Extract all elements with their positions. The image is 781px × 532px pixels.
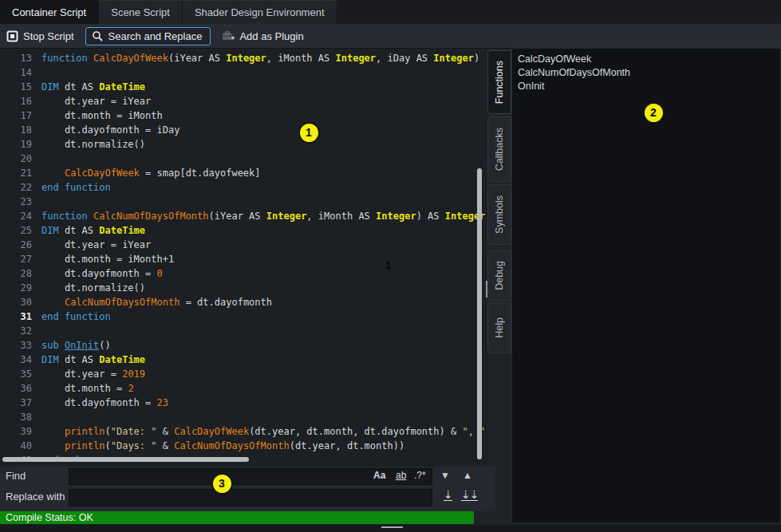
search-and-replace-button[interactable]: Search and Replace — [85, 27, 211, 45]
toolbar: Stop Script Search and Replace Add as — [0, 24, 781, 49]
line-number: 38 — [0, 410, 32, 424]
line-number: 34 — [0, 353, 32, 367]
bottom-strip — [0, 525, 781, 532]
side-tab-debug[interactable]: Debug — [487, 250, 511, 301]
tab-shader-design-environment[interactable]: Shader Design Environment — [183, 0, 337, 24]
find-label: Find — [6, 470, 26, 482]
code-line[interactable]: 20 — [0, 152, 487, 166]
line-number: 13 — [0, 51, 32, 65]
whole-word-button[interactable]: ab — [396, 470, 406, 481]
code-line[interactable]: 35 dt.year = 2019 — [0, 367, 487, 381]
code-text: dt.month = iMonth — [32, 108, 163, 123]
code-line[interactable]: 34DIM dt AS DateTime — [0, 353, 487, 367]
annotation-circle-1: 1 — [298, 122, 320, 144]
code-line[interactable]: 19 dt.normalize() — [0, 137, 487, 152]
code-line[interactable]: 36 dt.month = 2 — [0, 381, 487, 396]
tab-container-script[interactable]: Container Script — [0, 0, 99, 24]
line-number: 20 — [0, 152, 32, 166]
side-tab-callbacks[interactable]: Callbacks — [487, 116, 511, 182]
side-tab-functions[interactable]: Functions — [487, 50, 511, 114]
shader-ide-window: Container ScriptScene ScriptShader Desig… — [0, 0, 781, 532]
side-tab-symbols[interactable]: Symbols — [487, 184, 511, 245]
stop-script-label: Stop Script — [23, 30, 74, 42]
code-line[interactable]: 13function CalcDayOfWeek(iYear AS Intege… — [0, 51, 487, 65]
code-lines: 13function CalcDayOfWeek(iYear AS Intege… — [0, 51, 487, 458]
function-list-item[interactable]: CalcDayOfWeek — [512, 53, 780, 66]
code-line[interactable]: 22end function — [0, 180, 487, 195]
code-line[interactable]: 17 dt.month = iMonth — [0, 108, 487, 123]
find-next-button[interactable]: ▼ — [440, 470, 450, 481]
line-number: 18 — [0, 123, 32, 137]
code-line[interactable]: 37 dt.dayofmonth = 23 — [0, 396, 487, 410]
code-line[interactable]: 40 println("Days: " & CalcNumOfDaysOfMon… — [0, 439, 487, 453]
code-line[interactable]: 27 dt.month = iMonth+1 — [0, 252, 487, 266]
code-line[interactable]: 21 CalcDayOfWeek = smap[dt.dayofweek] — [0, 166, 487, 180]
code-line[interactable]: 29 dt.normalize() — [0, 281, 487, 295]
tab-scene-script[interactable]: Scene Script — [99, 0, 183, 24]
code-text: dt.year = iYear — [32, 238, 151, 252]
code-line[interactable]: 32 — [0, 324, 487, 338]
code-text: end function — [32, 180, 111, 195]
match-case-button[interactable]: Aa — [373, 470, 385, 481]
stop-script-button[interactable]: Stop Script — [6, 30, 74, 42]
code-line[interactable]: 31end function — [0, 309, 487, 324]
resize-handle[interactable] — [381, 526, 403, 528]
code-text: dt.normalize() — [32, 137, 145, 152]
code-text — [32, 324, 41, 338]
code-text: function CalcNumOfDaysOfMonth(iYear AS I… — [32, 209, 485, 223]
compile-status-bar: Compile Status: OK — [0, 511, 474, 524]
regex-button[interactable]: .?* — [414, 470, 426, 481]
replace-label: Replace with — [6, 491, 65, 502]
code-line[interactable]: 30 CalcNumOfDaysOfMonth = dt.dayofmonth — [0, 295, 487, 309]
side-tab-label: Callbacks — [494, 128, 505, 171]
line-number: 36 — [0, 381, 32, 396]
code-text: end function — [32, 309, 111, 324]
code-editor[interactable]: 13function CalcDayOfWeek(iYear AS Intege… — [0, 49, 487, 467]
code-text: sub OnInit() — [32, 338, 111, 353]
replace-input[interactable] — [69, 489, 432, 506]
code-line[interactable]: 26 dt.year = iYear — [0, 238, 487, 252]
line-number: 22 — [0, 180, 32, 195]
function-list-item[interactable]: OnInit — [512, 80, 780, 93]
top-tab-bar: Container ScriptScene ScriptShader Desig… — [0, 0, 781, 24]
search-and-replace-label: Search and Replace — [108, 30, 203, 42]
code-line[interactable]: 39 println("Date: " & CalcDayOfWeek(dt.y… — [0, 424, 487, 439]
function-list-item[interactable]: CalcNumOfDaysOfMonth — [512, 66, 780, 80]
code-line[interactable]: 16 dt.year = iYear — [0, 94, 487, 108]
code-text: dt.month = 2 — [32, 381, 134, 396]
add-as-plugin-button[interactable]: Add as Plugin — [222, 30, 303, 42]
code-text — [32, 65, 41, 80]
find-replace-panel: Find Aa ab .?* ▼ ▲ Replace with ⇣ ⇣⇣ — [0, 467, 495, 511]
line-number: 26 — [0, 238, 32, 252]
code-text: dt.dayofmonth = iDay — [32, 123, 179, 137]
code-line[interactable]: 25DIM dt AS DateTime — [0, 223, 487, 238]
code-text: dt.month = iMonth+1 — [32, 252, 174, 266]
code-line[interactable]: 28 dt.dayofmonth = 0 — [0, 266, 487, 281]
line-number: 23 — [0, 195, 32, 209]
editor-horizontal-scrollbar[interactable] — [2, 457, 249, 462]
editor-vertical-scrollbar[interactable] — [477, 168, 482, 459]
code-text — [32, 152, 41, 166]
annotation-circle-2: 2 — [643, 102, 665, 124]
code-line[interactable]: 24function CalcNumOfDaysOfMonth(iYear AS… — [0, 209, 487, 223]
code-line[interactable]: 38 — [0, 410, 487, 424]
code-line[interactable]: 23 — [0, 195, 487, 209]
replace-one-button[interactable]: ⇣ — [444, 489, 452, 501]
side-tab-label: Debug — [494, 261, 505, 290]
find-previous-button[interactable]: ▲ — [463, 470, 472, 481]
annotation-circle-3: 3 — [211, 473, 233, 495]
code-line[interactable]: 14 — [0, 65, 487, 80]
code-text: println("Days: " & CalcNumOfDaysOfMonth(… — [32, 439, 404, 453]
code-text: DIM dt AS DateTime — [32, 80, 145, 94]
functions-list: CalcDayOfWeekCalcNumOfDaysOfMonthOnInit — [512, 49, 780, 93]
code-text: DIM dt AS DateTime — [32, 223, 145, 238]
line-number: 14 — [0, 65, 32, 80]
line-number: 29 — [0, 281, 32, 295]
code-line[interactable]: 15DIM dt AS DateTime — [0, 80, 487, 94]
side-tab-help[interactable]: Help — [487, 302, 511, 353]
code-line[interactable]: 33sub OnInit() — [0, 338, 487, 353]
plugin-icon — [222, 30, 235, 42]
code-line[interactable]: 18 dt.dayofmonth = iDay — [0, 123, 487, 137]
replace-all-button[interactable]: ⇣⇣ — [461, 489, 478, 501]
add-as-plugin-label: Add as Plugin — [239, 30, 303, 42]
